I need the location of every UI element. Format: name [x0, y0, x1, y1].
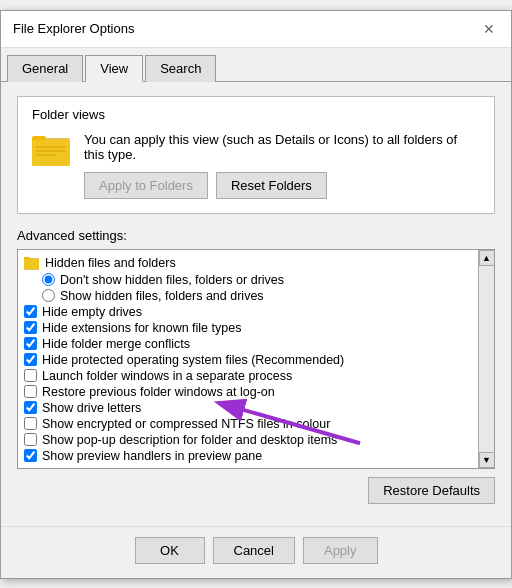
folder-views-inner: You can apply this view (such as Details… [32, 132, 480, 199]
svg-rect-3 [36, 146, 66, 148]
tabs-container: General View Search [1, 48, 511, 82]
checkbox-launch-separate-process-label: Launch folder windows in a separate proc… [42, 369, 292, 383]
tree-scrollbar: ▲ ▼ [478, 250, 494, 468]
folder-views-description: You can apply this view (such as Details… [84, 132, 480, 199]
radio-show[interactable]: Show hidden files, folders and drives [18, 288, 478, 304]
checkbox-show-drive-letters-label: Show drive letters [42, 401, 141, 415]
restore-defaults-row: Restore Defaults [17, 477, 495, 504]
scrollbar-up-button[interactable]: ▲ [479, 250, 495, 266]
checkbox-hide-protected-os[interactable]: Hide protected operating system files (R… [18, 352, 478, 368]
tab-general[interactable]: General [7, 55, 83, 82]
scrollbar-track [479, 266, 494, 452]
tab-view[interactable]: View [85, 55, 143, 82]
ok-button[interactable]: OK [135, 537, 205, 564]
checkbox-hide-empty-drives-label: Hide empty drives [42, 305, 142, 319]
apply-button[interactable]: Apply [303, 537, 378, 564]
checkbox-show-preview-handlers[interactable]: Show preview handlers in preview pane [18, 448, 478, 464]
title-bar: File Explorer Options ✕ [1, 11, 511, 48]
main-content: Folder views [1, 82, 511, 526]
advanced-settings-tree: Hidden files and folders Don't show hidd… [17, 249, 495, 469]
tab-search[interactable]: Search [145, 55, 216, 82]
cancel-button[interactable]: Cancel [213, 537, 295, 564]
svg-rect-5 [36, 154, 56, 156]
apply-to-folders-button[interactable]: Apply to Folders [84, 172, 208, 199]
hidden-files-group-label: Hidden files and folders [45, 256, 176, 270]
radio-show-label: Show hidden files, folders and drives [60, 289, 264, 303]
svg-rect-8 [24, 259, 39, 269]
window-title: File Explorer Options [13, 21, 134, 36]
folder-views-text: You can apply this view (such as Details… [84, 132, 480, 162]
checkbox-restore-previous-label: Restore previous folder windows at log-o… [42, 385, 275, 399]
checkbox-hide-merge-conflicts[interactable]: Hide folder merge conflicts [18, 336, 478, 352]
bottom-buttons: OK Cancel Apply [1, 526, 511, 578]
checkbox-show-drive-letters[interactable]: Show drive letters [18, 400, 478, 416]
radio-dont-show[interactable]: Don't show hidden files, folders or driv… [18, 272, 478, 288]
advanced-settings-label: Advanced settings: [17, 228, 495, 243]
checkbox-show-popup[interactable]: Show pop-up description for folder and d… [18, 432, 478, 448]
svg-rect-4 [36, 150, 66, 152]
folder-views-buttons: Apply to Folders Reset Folders [84, 172, 480, 199]
hidden-files-group-header: Hidden files and folders [18, 254, 478, 272]
checkbox-show-encrypted-label: Show encrypted or compressed NTFS files … [42, 417, 330, 431]
reset-folders-button[interactable]: Reset Folders [216, 172, 327, 199]
checkbox-hide-extensions-label: Hide extensions for known file types [42, 321, 241, 335]
folder-views-section: Folder views [17, 96, 495, 214]
checkbox-hide-merge-conflicts-label: Hide folder merge conflicts [42, 337, 190, 351]
svg-rect-2 [32, 140, 70, 166]
checkbox-hide-protected-os-label: Hide protected operating system files (R… [42, 353, 344, 367]
close-button[interactable]: ✕ [479, 19, 499, 39]
scrollbar-down-button[interactable]: ▼ [479, 452, 495, 468]
radio-dont-show-label: Don't show hidden files, folders or driv… [60, 273, 284, 287]
folder-views-title: Folder views [32, 107, 480, 122]
tree-content[interactable]: Hidden files and folders Don't show hidd… [18, 250, 478, 468]
checkbox-launch-separate-process[interactable]: Launch folder windows in a separate proc… [18, 368, 478, 384]
checkbox-show-encrypted[interactable]: Show encrypted or compressed NTFS files … [18, 416, 478, 432]
checkbox-show-preview-handlers-label: Show preview handlers in preview pane [42, 449, 262, 463]
checkbox-show-popup-label: Show pop-up description for folder and d… [42, 433, 337, 447]
folder-icon [32, 132, 72, 168]
checkbox-hide-empty-drives[interactable]: Hide empty drives [18, 304, 478, 320]
restore-defaults-button[interactable]: Restore Defaults [368, 477, 495, 504]
checkbox-restore-previous[interactable]: Restore previous folder windows at log-o… [18, 384, 478, 400]
checkbox-hide-extensions[interactable]: Hide extensions for known file types [18, 320, 478, 336]
file-explorer-options-window: File Explorer Options ✕ General View Sea… [0, 10, 512, 579]
advanced-settings-container: Advanced settings: Hidden files and fold… [17, 228, 495, 504]
